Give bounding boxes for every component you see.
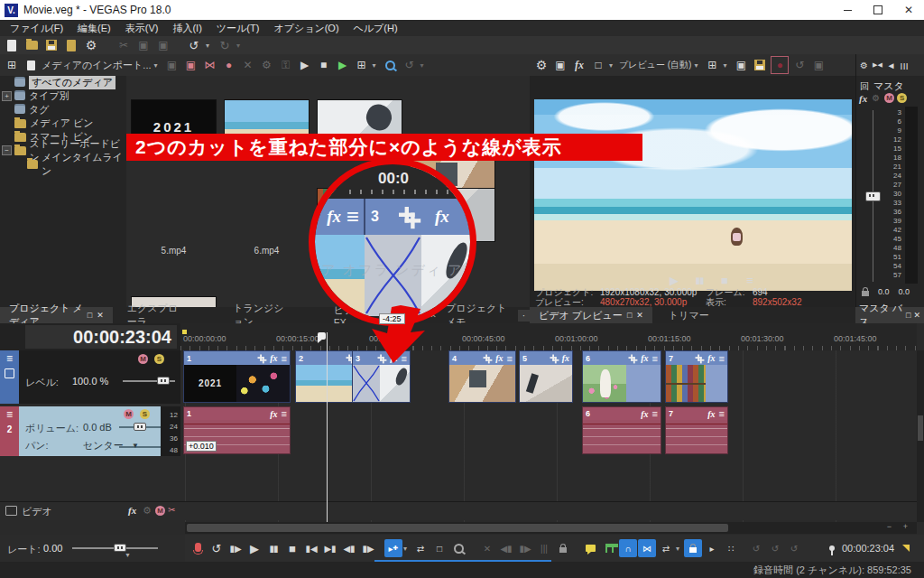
timeline-marker-icon[interactable]	[318, 332, 326, 340]
preview-play-icon[interactable]: ▶	[665, 271, 683, 289]
properties-gear-icon[interactable]: ⚙	[83, 37, 99, 53]
insert-region-button[interactable]	[600, 539, 618, 557]
record-button[interactable]	[189, 539, 207, 557]
loop-playback-button[interactable]: ↺	[208, 539, 226, 557]
grouping-button[interactable]: ∷	[722, 539, 740, 557]
get-from-cd-icon[interactable]: ●	[221, 57, 237, 73]
event-fx-icon[interactable]: fx	[707, 353, 715, 363]
auto-crossfade-toggle-button[interactable]: ⋈	[638, 539, 656, 557]
crossfade-region[interactable]	[353, 365, 380, 402]
redo-icon[interactable]: ↻	[217, 37, 233, 53]
bus-gear-icon[interactable]: ⚙	[143, 505, 152, 517]
edit-tool-dropdown-icon[interactable]: ▾	[403, 545, 411, 553]
video-event-4[interactable]: 4fx≡	[448, 350, 516, 403]
menu-file[interactable]: ファイル(F)	[4, 22, 69, 35]
tree-item-main-timeline[interactable]: メインタイムライン	[0, 157, 126, 171]
new-project-icon[interactable]	[4, 37, 20, 53]
undo-icon[interactable]: ↺	[186, 37, 202, 53]
redo-dropdown-icon[interactable]: ▾	[236, 42, 244, 50]
video-track-strip[interactable]: ≡	[0, 350, 19, 404]
extract-audio-icon[interactable]: ⋈	[202, 57, 218, 73]
new-bin-icon[interactable]: ⊞	[4, 57, 20, 73]
bus-bypass-icon[interactable]: ✂	[168, 505, 175, 515]
track-solo-icon[interactable]: S	[140, 409, 150, 419]
video-event-5[interactable]: 5fx	[519, 350, 573, 403]
menu-edit[interactable]: 編集(E)	[71, 22, 117, 35]
restore-button[interactable]	[863, 0, 893, 20]
normal-edit-tool-button[interactable]: ▸✚	[384, 539, 402, 557]
cursor-position-time[interactable]: 00:00:23:04	[842, 543, 894, 554]
external-monitor-icon[interactable]: ▣	[810, 57, 827, 73]
preview-gear-icon[interactable]: ⚙	[533, 57, 550, 73]
timecode-display[interactable]: 00:00:23:04	[25, 325, 177, 349]
quality-dropdown-icon[interactable]: ▾	[609, 61, 616, 70]
tab-video-preview[interactable]: ビデオ プレビュー □ ✕	[530, 307, 652, 323]
import-dropdown-icon[interactable]: ▾	[154, 61, 162, 70]
envelope-tool-button[interactable]: ⇄	[411, 539, 430, 557]
event-fx-icon[interactable]: fx	[495, 353, 503, 363]
menu-help[interactable]: ヘルプ(H)	[347, 22, 404, 35]
save-project-icon[interactable]	[43, 37, 60, 53]
media-unknown-icon[interactable]: ▣	[164, 57, 180, 73]
previous-frame-button[interactable]: ◀▮	[340, 539, 358, 557]
event-fx-icon[interactable]: fx	[707, 409, 715, 419]
media-search-icon[interactable]	[383, 57, 399, 73]
minimize-button[interactable]	[832, 0, 863, 20]
preview-quality-icon[interactable]: □	[590, 57, 606, 73]
track-mute-icon[interactable]: M	[124, 409, 134, 419]
event-fx-icon[interactable]: fx	[641, 353, 648, 363]
float-window-icon[interactable]: □	[906, 311, 910, 320]
playhead-cursor[interactable]	[327, 332, 328, 522]
insert-marker-button[interactable]	[581, 539, 599, 557]
audio-event-1[interactable]: 1fx≡ +0.010	[183, 406, 291, 454]
tree-item-by-type[interactable]: +タイプ別	[0, 89, 126, 103]
trim-start-button[interactable]: ◀▮	[497, 539, 515, 557]
menu-tools[interactable]: ツール(T)	[210, 22, 266, 35]
go-to-start-button[interactable]: ▮◀	[302, 539, 320, 557]
copy-snapshot-icon[interactable]: ▣	[733, 57, 749, 73]
media-play-icon[interactable]: ▶	[297, 57, 313, 73]
pan-crop-icon[interactable]	[484, 354, 492, 362]
pan-slider-handle[interactable]: ▼	[132, 442, 139, 450]
pan-crop-icon[interactable]	[550, 354, 558, 362]
zoom-in-button[interactable]: +	[903, 522, 908, 531]
media-views-icon[interactable]: ⊞	[354, 57, 370, 73]
media-autopreview-icon[interactable]: ▶	[335, 57, 351, 73]
media-refresh-dropdown-icon[interactable]: ▾	[420, 61, 428, 70]
audio-event-6[interactable]: 6fx≡	[582, 406, 661, 454]
tab-master-bus[interactable]: マスタ バス □ ✕	[855, 307, 924, 323]
level-slider[interactable]	[123, 380, 175, 382]
video-event-7[interactable]: 7fx≡	[665, 350, 728, 403]
track-menu-icon[interactable]: ≡	[6, 352, 13, 365]
level-slider-handle[interactable]	[157, 377, 170, 385]
event-menu-icon[interactable]: ≡	[282, 408, 287, 419]
pan-crop-icon[interactable]	[629, 354, 637, 362]
pan-crop-icon[interactable]	[696, 354, 704, 362]
rate-slider[interactable]	[72, 547, 158, 549]
vertical-scrollbar[interactable]	[917, 350, 924, 522]
zoom-edit-tool-button[interactable]	[449, 539, 467, 557]
import-media-dropdown[interactable]: メディアのインポート...	[42, 59, 152, 72]
go-to-end-button[interactable]: ▶▮	[321, 539, 339, 557]
event-fx-icon[interactable]: fx	[562, 353, 569, 363]
cut-icon[interactable]: ✂	[116, 37, 132, 53]
media-stop-icon[interactable]: ■	[316, 57, 332, 73]
track-menu-icon[interactable]: ≡	[6, 408, 13, 421]
paste-icon[interactable]: ▣	[155, 37, 171, 53]
horizontal-scrollbar-thumb[interactable]	[187, 524, 728, 532]
snap-toggle-button[interactable]: ∩	[619, 539, 637, 557]
menu-view[interactable]: 表示(V)	[119, 22, 165, 35]
overlays-grid-icon[interactable]: ⊞	[704, 57, 720, 73]
import-media-icon[interactable]	[23, 57, 39, 73]
zoom-out-button[interactable]: −	[887, 522, 892, 531]
tab-project-notes[interactable]: プロジェクトメモ	[437, 307, 516, 323]
expand-plus-icon[interactable]: +	[2, 91, 12, 101]
pause-button[interactable]: ▮▮	[264, 539, 282, 557]
tab-transitions[interactable]: トランジション	[224, 307, 296, 323]
mixer-tool-3-button[interactable]: ↺	[785, 539, 803, 557]
event-menu-icon[interactable]: ≡	[719, 408, 725, 419]
play-button[interactable]: ▶	[245, 539, 263, 557]
tab-explorer[interactable]: エクスプローラ	[118, 307, 189, 323]
tree-item-tags[interactable]: タグ	[0, 103, 126, 117]
ignore-grouping-button[interactable]: ▸	[703, 539, 721, 557]
